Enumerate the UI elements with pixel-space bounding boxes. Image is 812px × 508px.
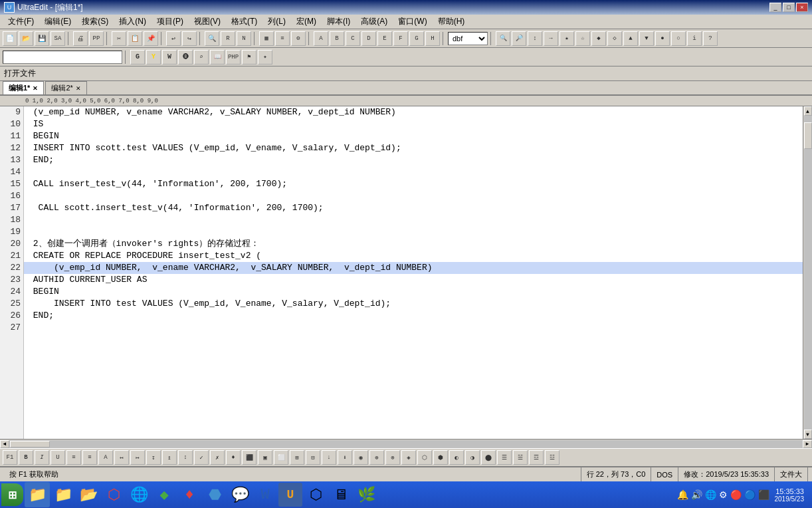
h-scroll-thumb[interactable]: [10, 441, 50, 447]
vertical-scrollbar[interactable]: ▲ ▼: [803, 106, 812, 439]
new-button[interactable]: 📄: [3, 31, 17, 46]
find-next-button[interactable]: N: [237, 31, 251, 46]
bt-btn4[interactable]: U: [51, 450, 65, 465]
code-line[interactable]: (v_emp_id NUMBER, v_ename VARCHAR2, v_SA…: [24, 106, 803, 118]
minimize-button[interactable]: _: [769, 3, 781, 12]
horizontal-scrollbar[interactable]: ◄ ►: [0, 439, 812, 448]
tb-btn-misc8[interactable]: H: [425, 31, 440, 46]
scroll-left-button[interactable]: ◄: [0, 440, 9, 448]
bt-btn8[interactable]: ↤: [114, 450, 129, 465]
open-button[interactable]: 📂: [19, 31, 33, 46]
code-line[interactable]: [24, 214, 803, 226]
code-line[interactable]: CALL insert_test_v(44, 'Information', 20…: [24, 178, 803, 190]
menu-format[interactable]: 格式(T): [226, 15, 262, 29]
code-line[interactable]: [24, 166, 803, 178]
bt-btn35[interactable]: ☳: [545, 450, 559, 465]
bt-btn26[interactable]: ◈: [401, 450, 416, 465]
syntax-combo[interactable]: dbf: [448, 32, 488, 45]
code-line[interactable]: BEGIN: [24, 130, 803, 142]
bt-btn1[interactable]: F1: [3, 450, 17, 465]
tb-misc13[interactable]: ▲: [623, 31, 638, 46]
bt-btn5[interactable]: ≡: [66, 450, 81, 465]
bt-btn31[interactable]: ⬤: [481, 450, 496, 465]
bt-btn13[interactable]: ✓: [194, 450, 209, 465]
taskbar-icon-vm[interactable]: ⬡: [102, 483, 126, 507]
code-line[interactable]: CREATE OR REPLACE PROCEDURE insert_test_…: [24, 250, 803, 262]
bt-btn28[interactable]: ⬢: [433, 450, 448, 465]
menu-help[interactable]: 帮助(H): [433, 15, 470, 29]
tb-btn-misc2[interactable]: B: [330, 31, 344, 46]
scroll-down-button[interactable]: ▼: [804, 430, 812, 439]
tb2-g[interactable]: G: [130, 50, 145, 64]
tb-misc11[interactable]: ◆: [591, 31, 606, 46]
bt-btn32[interactable]: ☰: [497, 450, 512, 465]
tb2-book[interactable]: 📖: [210, 50, 225, 64]
scroll-thumb[interactable]: [804, 122, 812, 149]
bt-btn21[interactable]: ↓: [322, 450, 336, 465]
code-line[interactable]: INSERT INTO scott.test VALUES (V_emp_id,…: [24, 142, 803, 154]
bt-btn3[interactable]: I: [35, 450, 49, 465]
find-button[interactable]: 🔍: [205, 31, 219, 46]
system-clock[interactable]: 15:35:33 2019/5/23: [772, 487, 807, 503]
tb2-misc1[interactable]: ⚑: [242, 50, 256, 64]
bt-btn18[interactable]: ⬜: [274, 450, 288, 465]
close-button[interactable]: ×: [796, 3, 808, 12]
tb-misc10[interactable]: ☆: [575, 31, 590, 46]
bt-btn22[interactable]: ⬇: [338, 450, 352, 465]
bt-btn20[interactable]: ⊟: [306, 450, 320, 465]
code-line[interactable]: END;: [24, 154, 803, 166]
paste-button[interactable]: 📌: [144, 31, 158, 46]
code-line[interactable]: [24, 190, 803, 202]
code-line[interactable]: BEGIN: [24, 286, 803, 298]
bt-btn27[interactable]: ⬡: [417, 450, 432, 465]
redo-button[interactable]: ↪: [182, 31, 197, 46]
taskbar-icon-music[interactable]: ♦: [177, 483, 201, 507]
tb-btn-misc3[interactable]: C: [346, 31, 360, 46]
view-btn1[interactable]: ▦: [259, 31, 274, 46]
taskbar-icon-network[interactable]: 🌿: [354, 483, 378, 507]
tb2-misc2[interactable]: ✦: [258, 50, 272, 64]
tb-btn-misc6[interactable]: F: [393, 31, 408, 46]
view-btn3[interactable]: ⚙: [291, 31, 306, 46]
scroll-right-button[interactable]: ►: [803, 440, 812, 448]
bt-btn30[interactable]: ◑: [465, 450, 480, 465]
save-all-button[interactable]: SA: [51, 31, 65, 46]
taskbar-icon-games[interactable]: ◆: [152, 483, 176, 507]
bt-btn17[interactable]: ▣: [258, 450, 272, 465]
bt-btn2[interactable]: B: [19, 450, 33, 465]
tb-misc9[interactable]: ★: [559, 31, 574, 46]
taskbar-icon-chrome[interactable]: 🌐: [127, 483, 151, 507]
code-line[interactable]: [24, 322, 803, 334]
bt-btn11[interactable]: ↥: [162, 450, 177, 465]
tb-search-btn1[interactable]: 🔍: [496, 31, 510, 46]
code-line[interactable]: IS: [24, 118, 803, 130]
tb2-php[interactable]: PHP: [226, 50, 241, 64]
menu-view[interactable]: 视图(V): [189, 15, 226, 29]
tb-misc12[interactable]: ◇: [607, 31, 622, 46]
bt-btn29[interactable]: ◐: [449, 450, 464, 465]
menu-window[interactable]: 窗口(W): [393, 15, 432, 29]
bt-btn19[interactable]: ⊞: [290, 450, 304, 465]
tb-misc18[interactable]: ?: [703, 31, 718, 46]
taskbar-icon-settings[interactable]: ⬣: [203, 483, 227, 507]
bt-btn33[interactable]: ☱: [513, 450, 528, 465]
taskbar-icon-folder[interactable]: 📁: [25, 482, 50, 507]
taskbar-icon-folder3[interactable]: 📂: [76, 483, 100, 507]
taskbar-icon-ultraedit[interactable]: U: [278, 483, 302, 507]
print-button[interactable]: 🖨: [73, 31, 88, 46]
code-line[interactable]: AUTHID CURRENT_USER AS: [24, 274, 803, 286]
bt-btn14[interactable]: ✗: [210, 450, 225, 465]
tab-editor2-close[interactable]: ✕: [76, 85, 81, 92]
replace-button[interactable]: R: [221, 31, 235, 46]
menu-edit[interactable]: 编辑(E): [39, 15, 76, 29]
menu-script[interactable]: 脚本(I): [322, 15, 355, 29]
code-line[interactable]: (v_emp_id NUMBER, v_ename VARCHAR2, v_SA…: [24, 262, 803, 274]
font-combo[interactable]: [3, 51, 122, 64]
copy-button[interactable]: 📋: [128, 31, 142, 46]
print-preview-button[interactable]: PP: [89, 31, 104, 46]
tb-misc14[interactable]: ▼: [639, 31, 654, 46]
bt-btn23[interactable]: ◉: [354, 450, 368, 465]
menu-column[interactable]: 列(L): [262, 15, 291, 29]
bt-btn24[interactable]: ⊕: [369, 450, 384, 465]
tb2-search[interactable]: ⌕: [194, 50, 209, 64]
